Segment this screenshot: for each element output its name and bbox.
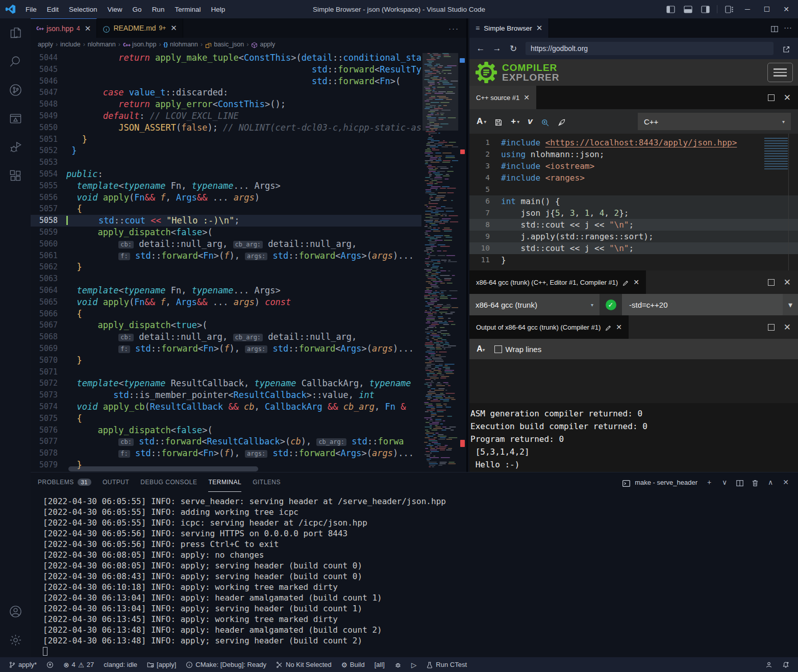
zoom-icon[interactable] <box>541 117 550 126</box>
font-size-icon[interactable]: A▾ <box>477 344 485 354</box>
breadcrumb-apply[interactable]: apply <box>38 41 53 48</box>
status-feedback[interactable] <box>762 659 776 670</box>
menu-terminal[interactable]: Terminal <box>170 4 205 15</box>
options-dropdown-icon[interactable]: ▾ <box>783 294 798 315</box>
breadcrumb-apply[interactable]: apply <box>251 41 275 48</box>
terminal-content[interactable]: [2022-04-30 06:05:55] INFO: serve_header… <box>31 492 798 657</box>
breadcrumb-include[interactable]: include <box>60 41 81 48</box>
status-kit[interactable]: No Kit Selected <box>272 659 335 670</box>
status-build[interactable]: ⚙Build <box>338 659 368 670</box>
activity-settings[interactable] <box>0 626 31 654</box>
vim-mode-icon[interactable]: v <box>528 116 532 127</box>
ce-menu-icon[interactable] <box>767 63 793 82</box>
status-notifications[interactable] <box>779 659 793 670</box>
breadcrumb-json.hpp[interactable]: C++json.hpp <box>123 41 156 48</box>
split-editor-icon[interactable] <box>770 25 779 33</box>
more-actions-icon[interactable]: ··· <box>784 23 792 33</box>
status-launch[interactable]: ▷ <box>408 659 420 670</box>
ce-compiler-tab[interactable]: x86-64 gcc (trunk) (C++, Editor #1, Comp… <box>469 270 646 294</box>
code-editor[interactable]: 5044 return apply_make_tuple<ConstThis>(… <box>31 51 466 472</box>
compiler-select[interactable]: x86-64 gcc (trunk) ▾ <box>469 294 600 315</box>
activity-explorer[interactable] <box>0 18 31 47</box>
back-icon[interactable]: ← <box>473 41 488 56</box>
close-icon[interactable]: ✕ <box>616 323 622 331</box>
language-select[interactable]: C++ ▾ <box>638 113 791 130</box>
status-problems[interactable]: ⊗4⚠27 <box>60 659 97 670</box>
toggle-panel-icon[interactable] <box>680 3 695 16</box>
wrap-lines-checkbox[interactable]: Wrap lines <box>494 345 542 354</box>
minimap[interactable] <box>422 51 458 469</box>
editor-more-actions-icon[interactable]: ··· <box>441 18 466 38</box>
quill-icon[interactable] <box>558 117 566 126</box>
panel-tab-debug-console[interactable]: DEBUG CONSOLE <box>140 472 197 492</box>
tab-simple-browser[interactable]: ≡ Simple Browser ✕ <box>469 18 549 38</box>
panel-tab-problems[interactable]: PROBLEMS31 <box>38 472 91 492</box>
close-panel-button[interactable]: ✕ <box>781 477 791 488</box>
customize-layout-icon[interactable] <box>721 3 737 16</box>
ce-output-tab[interactable]: Output of x86-64 gcc (trunk) (Compiler #… <box>469 315 629 339</box>
menu-view[interactable]: View <box>103 4 127 15</box>
save-icon[interactable] <box>494 117 503 126</box>
activity-search[interactable] <box>0 47 31 76</box>
breadcrumb-nlohmann[interactable]: nlohmann <box>88 41 116 48</box>
activity-extensions[interactable] <box>0 161 31 190</box>
open-external-icon[interactable] <box>779 41 794 56</box>
menu-file[interactable]: File <box>21 4 41 15</box>
rename-icon[interactable] <box>622 280 629 287</box>
minimize-button[interactable]: ─ <box>739 2 756 16</box>
status-debug[interactable] <box>391 659 405 670</box>
status-ctest[interactable]: Run CTest <box>422 659 470 670</box>
close-icon[interactable]: ✕ <box>633 278 639 286</box>
url-input[interactable]: https://godbolt.org <box>526 42 774 55</box>
close-icon[interactable]: ✕ <box>523 93 530 102</box>
menu-go[interactable]: Go <box>128 4 146 15</box>
new-terminal-button[interactable]: + <box>704 477 714 488</box>
horizontal-scrollbar[interactable] <box>68 466 258 471</box>
menu-edit[interactable]: Edit <box>42 4 63 15</box>
close-button[interactable]: ✕ <box>778 2 795 16</box>
tab-close-icon[interactable]: ✕ <box>536 23 543 33</box>
panel-tab-terminal[interactable]: TERMINAL <box>208 472 241 492</box>
activity-source-control[interactable] <box>0 76 31 104</box>
menu-selection[interactable]: Selection <box>64 4 102 15</box>
ce-source-tab[interactable]: C++ source #1 ✕ <box>469 86 536 109</box>
panel-tab-output[interactable]: OUTPUT <box>103 472 129 492</box>
kill-terminal-button[interactable] <box>750 477 760 488</box>
terminal-dropdown-button[interactable]: ∨ <box>719 477 730 488</box>
compiler-options-input[interactable]: -std=c++20 <box>622 294 783 315</box>
forward-icon[interactable]: → <box>490 41 504 56</box>
tab-readme.md[interactable]: README.md9+✕ <box>97 18 183 38</box>
maximize-panel-button[interactable]: ∧ <box>765 477 776 488</box>
tab-json.hpp[interactable]: C++json.hpp4✕ <box>31 18 97 38</box>
terminal-selector[interactable]: make - serve_header <box>622 478 697 487</box>
maximize-button[interactable]: ☐ <box>758 2 776 16</box>
font-size-icon[interactable]: A▾ <box>477 116 486 127</box>
maximize-pane-icon[interactable] <box>768 94 775 101</box>
status-build-target[interactable]: [all] <box>371 659 388 670</box>
reload-icon[interactable]: ↻ <box>506 41 520 56</box>
breadcrumb-basic_json[interactable]: basic_json <box>205 41 244 48</box>
maximize-pane-icon[interactable] <box>768 324 775 331</box>
tab-close-icon[interactable]: ✕ <box>85 24 91 33</box>
close-pane-icon[interactable]: ✕ <box>784 277 791 288</box>
status-cmake-status[interactable]: CMake: [Debug]: Ready <box>182 659 270 670</box>
close-pane-icon[interactable]: ✕ <box>784 92 791 103</box>
toggle-secondary-sidebar-icon[interactable] <box>697 3 713 16</box>
menu-help[interactable]: Help <box>206 4 230 15</box>
menu-run[interactable]: Run <box>147 4 169 15</box>
toggle-sidebar-icon[interactable] <box>663 3 678 16</box>
tab-close-icon[interactable]: ✕ <box>170 23 177 33</box>
status-branch[interactable]: apply* <box>5 659 40 670</box>
status-publish[interactable] <box>43 659 57 670</box>
ce-source-editor[interactable]: 1#include <https://localhost:8443/apply/… <box>469 134 798 270</box>
status-cmake-project[interactable]: [apply] <box>143 659 180 670</box>
split-terminal-button[interactable] <box>735 477 745 488</box>
close-pane-icon[interactable]: ✕ <box>784 322 791 333</box>
breadcrumb-nlohmann[interactable]: {}nlohmann <box>164 41 198 48</box>
activity-live-preview[interactable] <box>0 104 31 133</box>
maximize-pane-icon[interactable] <box>768 279 775 286</box>
activity-run-and-debug[interactable] <box>0 133 31 161</box>
rename-icon[interactable] <box>605 325 612 332</box>
status-clangd[interactable]: clangd: idle <box>100 659 141 670</box>
activity-accounts[interactable] <box>0 597 31 626</box>
